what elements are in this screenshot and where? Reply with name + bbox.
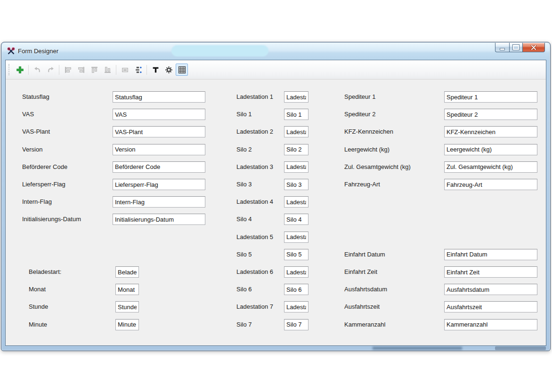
toolbar-settings-button[interactable] xyxy=(162,64,175,76)
align-right-icon xyxy=(77,66,85,74)
field-input[interactable] xyxy=(444,144,537,155)
align-top-icon xyxy=(90,66,98,74)
new-icon xyxy=(16,66,24,74)
field-label: Silo 2 xyxy=(236,146,252,153)
settings-icon xyxy=(165,66,173,74)
field-label: Ladestation 2 xyxy=(236,128,273,135)
field-label: Initialisierungs-Datum xyxy=(22,216,81,223)
close-icon xyxy=(531,45,536,50)
field-input[interactable] xyxy=(284,214,308,225)
field-input[interactable] xyxy=(284,144,308,155)
toolbar-undo-button[interactable] xyxy=(31,64,43,76)
field-label: Spediteur 2 xyxy=(344,111,376,118)
field-input[interactable] xyxy=(284,161,308,173)
align-bottom-icon xyxy=(104,66,112,74)
field-input[interactable] xyxy=(284,109,308,120)
field-label: Statusflag xyxy=(22,93,49,100)
field-input[interactable] xyxy=(115,284,139,295)
toolbar-separator xyxy=(146,65,147,75)
field-label: Stunde xyxy=(29,303,48,310)
toolbar-separator xyxy=(116,65,116,75)
field-input[interactable] xyxy=(113,214,205,225)
toolbar-align-right-button[interactable] xyxy=(75,64,87,76)
field-label: Fahrzeug-Art xyxy=(344,181,380,188)
toolbar-grip-handle[interactable] xyxy=(8,64,11,75)
field-input[interactable] xyxy=(444,266,537,278)
window-controls xyxy=(495,43,545,52)
close-button[interactable] xyxy=(523,43,545,52)
client-area: StatusflagVASVAS-PlantVersionBeförderer … xyxy=(5,60,546,346)
field-input[interactable] xyxy=(284,266,308,278)
field-input[interactable] xyxy=(284,284,308,295)
field-input[interactable] xyxy=(444,284,537,295)
field-input[interactable] xyxy=(115,301,139,312)
field-label: VAS-Plant xyxy=(22,128,50,135)
field-input[interactable] xyxy=(284,232,308,243)
field-input[interactable] xyxy=(284,301,308,312)
field-label: Ausfahrtszeit xyxy=(344,303,380,310)
field-input[interactable] xyxy=(284,126,308,137)
maximize-button[interactable] xyxy=(509,43,523,52)
field-label: Kammeranzahl xyxy=(344,321,385,328)
field-label: Ladestation 6 xyxy=(236,268,273,275)
toolbar-distribute-button[interactable] xyxy=(132,64,144,76)
form-design-canvas[interactable]: StatusflagVASVAS-PlantVersionBeförderer … xyxy=(6,80,546,345)
field-input[interactable] xyxy=(113,161,205,173)
field-input[interactable] xyxy=(113,144,205,155)
field-input[interactable] xyxy=(115,319,139,330)
field-label: Liefersperr-Flag xyxy=(22,181,65,188)
distribute-icon xyxy=(134,66,142,74)
minimize-button[interactable] xyxy=(495,43,509,52)
field-input[interactable] xyxy=(284,249,308,260)
align-left-icon xyxy=(64,66,72,74)
field-input[interactable] xyxy=(284,91,308,103)
field-label: Intern-Flag xyxy=(22,198,52,205)
field-input[interactable] xyxy=(444,109,537,120)
toolbar-align-left-button[interactable] xyxy=(62,64,74,76)
field-input[interactable] xyxy=(113,91,205,103)
titlebar[interactable]: Form Designer xyxy=(2,43,550,60)
field-input[interactable] xyxy=(113,179,205,190)
field-input[interactable] xyxy=(113,126,205,137)
field-label: Beförderer Code xyxy=(22,163,67,170)
field-input[interactable] xyxy=(284,196,308,208)
field-input[interactable] xyxy=(444,126,537,137)
field-label: Ladestation 3 xyxy=(236,163,273,170)
toolbar-separator xyxy=(28,65,29,75)
toolbar-redo-button[interactable] xyxy=(44,64,57,76)
toolbar-grid-button[interactable] xyxy=(176,64,188,76)
field-label: Ladestation 5 xyxy=(236,233,273,240)
toolbar-align-bottom-button[interactable] xyxy=(101,64,114,76)
toolbar-text-button[interactable] xyxy=(149,64,162,76)
field-label: KFZ-Kennzeichen xyxy=(344,128,393,135)
field-label: Monat xyxy=(29,286,46,293)
field-input[interactable] xyxy=(444,91,537,103)
field-label: Silo 7 xyxy=(236,321,252,328)
text-icon xyxy=(152,66,160,74)
toolbar-same-size-button[interactable] xyxy=(119,64,131,76)
field-input[interactable] xyxy=(444,319,537,330)
field-input[interactable] xyxy=(284,179,308,190)
field-input[interactable] xyxy=(444,249,537,260)
grid-icon xyxy=(178,66,186,74)
resize-grip-area xyxy=(495,346,546,350)
field-input[interactable] xyxy=(444,179,537,190)
toolbar-separator xyxy=(59,65,59,75)
field-label: Ladestation 4 xyxy=(236,198,273,205)
field-label: Silo 6 xyxy=(236,286,252,293)
field-label: Silo 5 xyxy=(236,251,252,258)
field-input[interactable] xyxy=(284,319,308,330)
field-label: Zul. Gesamtgewicht (kg) xyxy=(344,163,411,170)
window-title: Form Designer xyxy=(18,48,58,55)
field-input[interactable] xyxy=(113,109,205,120)
field-label: Ladestation 1 xyxy=(236,93,273,100)
field-input[interactable] xyxy=(444,301,537,312)
field-input[interactable] xyxy=(113,196,205,208)
field-label: Version xyxy=(22,146,42,153)
undo-icon xyxy=(33,66,41,74)
toolbar-align-top-button[interactable] xyxy=(88,64,100,76)
toolbar-new-button[interactable] xyxy=(14,64,26,76)
field-input[interactable] xyxy=(115,266,139,278)
field-input[interactable] xyxy=(444,161,537,173)
field-label: Einfahrt Zeit xyxy=(344,268,377,275)
